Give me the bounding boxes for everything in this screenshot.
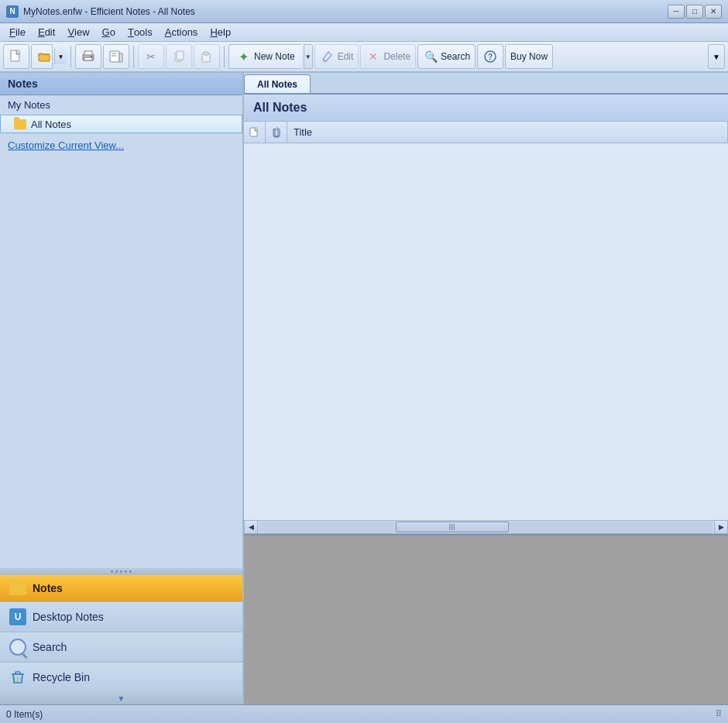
sidebar-bottom-nav: Notes Desktop Notes Search Recycle Bin ▼ — [0, 574, 242, 704]
toolbar-separator-1 — [70, 46, 71, 67]
edit-label: Edit — [338, 51, 354, 62]
nav-recycle-bin[interactable]: Recycle Bin — [0, 662, 242, 692]
sidebar-all-notes-item[interactable]: All Notes — [0, 115, 242, 133]
notes-list-header: All Notes — [244, 95, 728, 122]
search-label: Search — [441, 51, 470, 62]
print-button[interactable] — [75, 44, 101, 69]
svg-rect-13 — [204, 52, 208, 55]
svg-rect-6 — [110, 51, 119, 62]
menu-help[interactable]: Help — [204, 23, 237, 41]
paste-button[interactable] — [194, 44, 220, 69]
new-note-label: New Note — [254, 51, 295, 62]
all-notes-label: All Notes — [31, 119, 71, 130]
toolbar: ▼ ✂ ✦ New Note ▼ E — [0, 42, 728, 73]
nav-desktop-notes[interactable]: Desktop Notes — [0, 601, 242, 632]
svg-point-5 — [91, 56, 92, 57]
status-text: 0 Item(s) — [6, 709, 43, 720]
nav-notes-label: Notes — [33, 582, 63, 594]
tab-all-notes[interactable]: All Notes — [244, 74, 311, 93]
open-folder-icon — [36, 49, 52, 64]
paste-icon — [199, 49, 215, 64]
menu-go[interactable]: Go — [96, 23, 122, 41]
maximize-button[interactable]: □ — [686, 5, 703, 19]
sidebar-nav-scroll-down[interactable]: ▼ — [0, 692, 242, 704]
new-note-main-button[interactable]: ✦ New Note — [228, 44, 301, 69]
tab-bar: All Notes — [244, 73, 728, 95]
svg-rect-11 — [177, 51, 184, 60]
recycle-bin-icon — [9, 669, 26, 686]
window-controls: ─ □ ✕ — [668, 5, 722, 19]
nav-notes[interactable]: Notes — [0, 574, 242, 601]
note-preview-area — [244, 534, 728, 704]
edit-button[interactable]: Edit — [314, 44, 359, 69]
column-title-header[interactable]: Title — [287, 122, 728, 143]
desktop-notes-icon — [9, 608, 26, 625]
minimize-button[interactable]: ─ — [668, 5, 685, 19]
copy-button[interactable] — [166, 44, 192, 69]
toolbar-separator-2 — [133, 46, 134, 67]
sidebar: Notes My Notes All Notes Customize Curre… — [0, 73, 244, 704]
help-icon: ? — [482, 49, 498, 64]
app-icon: N — [6, 5, 19, 18]
title-bar: N MyNotes.enfw - Efficient Notes - All N… — [0, 0, 728, 23]
scroll-thumb[interactable] — [396, 522, 509, 532]
content-area: All Notes All Notes Title ◀ — [244, 73, 728, 704]
toolbar-scroll-right[interactable]: ▼ — [708, 44, 725, 69]
preview-button[interactable] — [103, 44, 129, 69]
customize-current-view-link[interactable]: Customize Current View... — [0, 133, 242, 157]
close-button[interactable]: ✕ — [705, 5, 722, 19]
main-layout: Notes My Notes All Notes Customize Curre… — [0, 73, 728, 704]
search-nav-icon — [9, 639, 26, 656]
new-blank-button[interactable] — [3, 44, 29, 69]
status-bar: 0 Item(s) ⠿ — [0, 704, 728, 723]
menu-file[interactable]: File — [3, 23, 32, 41]
scroll-thumb-grip — [449, 524, 455, 530]
delete-icon: ✕ — [366, 49, 381, 64]
new-note-icon: ✦ — [235, 49, 251, 64]
column-headers: Title — [244, 122, 728, 143]
buy-now-button[interactable]: Buy Now — [505, 44, 553, 69]
window-title: MyNotes.enfw - Efficient Notes - All Not… — [23, 6, 668, 17]
menu-tools[interactable]: Tools — [122, 23, 159, 41]
notes-nav-icon — [9, 581, 26, 595]
new-note-button-group: ✦ New Note ▼ — [228, 44, 313, 69]
all-notes-folder-icon — [13, 118, 27, 130]
svg-rect-0 — [11, 50, 19, 61]
menu-view[interactable]: View — [61, 23, 95, 41]
buy-now-label: Buy Now — [510, 51, 548, 62]
horizontal-scrollbar[interactable]: ◀ ▶ — [244, 520, 728, 534]
search-icon: 🔍 — [423, 49, 438, 64]
svg-rect-4 — [84, 57, 92, 60]
print-icon — [81, 49, 96, 64]
sidebar-resize-handle[interactable] — [0, 568, 242, 574]
nav-search[interactable]: Search — [0, 632, 242, 662]
notes-list-area — [244, 143, 728, 520]
nav-desktop-notes-label: Desktop Notes — [33, 611, 104, 623]
scroll-track[interactable] — [259, 522, 713, 532]
open-dropdown-button[interactable]: ▼ — [54, 49, 67, 64]
menu-edit[interactable]: Edit — [32, 23, 61, 41]
search-button[interactable]: 🔍 Search — [417, 44, 476, 69]
resize-dots — [111, 570, 132, 573]
new-doc-icon — [9, 49, 24, 64]
nav-search-label: Search — [33, 641, 67, 653]
svg-text:?: ? — [488, 53, 493, 61]
scroll-left-button[interactable]: ◀ — [244, 520, 258, 534]
open-button[interactable] — [31, 44, 53, 69]
column-attachment-header[interactable] — [266, 122, 287, 143]
toolbar-separator-3 — [224, 46, 225, 67]
sidebar-my-notes-header: My Notes — [0, 95, 242, 115]
new-note-dropdown-button[interactable]: ▼ — [304, 44, 313, 69]
delete-button[interactable]: ✕ Delete — [360, 44, 416, 69]
delete-label: Delete — [383, 51, 410, 62]
preview-icon — [108, 49, 124, 64]
sidebar-top-section: Notes My Notes All Notes Customize Curre… — [0, 73, 242, 568]
scroll-right-button[interactable]: ▶ — [714, 520, 728, 534]
cut-button[interactable]: ✂ — [138, 44, 164, 69]
edit-icon — [320, 49, 335, 64]
help-button[interactable]: ? — [477, 44, 503, 69]
nav-recycle-bin-label: Recycle Bin — [33, 671, 90, 683]
menu-actions[interactable]: Actions — [159, 23, 204, 41]
menu-bar: File Edit View Go Tools Actions Help — [0, 23, 728, 42]
column-icon-header[interactable] — [244, 122, 266, 143]
